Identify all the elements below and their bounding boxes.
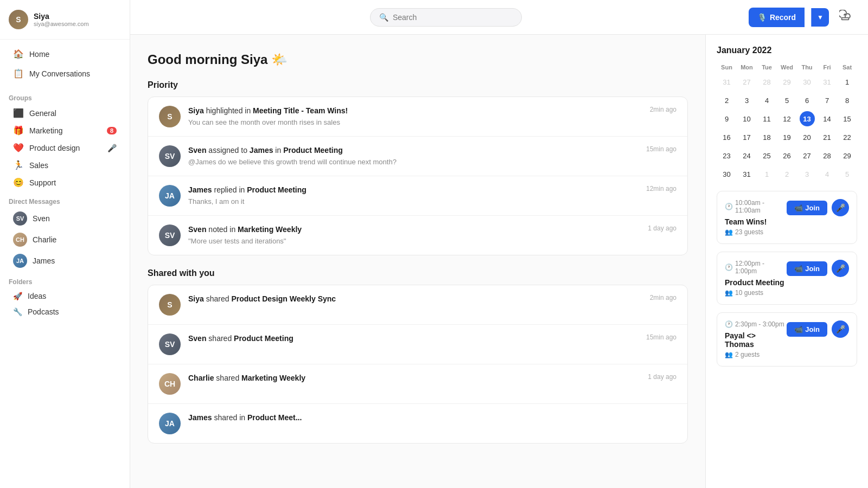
calendar-cell[interactable]: 3 bbox=[737, 91, 757, 110]
calendar-cell[interactable]: 5 bbox=[837, 165, 857, 183]
priority-item[interactable]: S Siya highlighted in Meeting Title - Te… bbox=[148, 97, 687, 137]
calendar-cell[interactable]: 9 bbox=[717, 110, 737, 128]
calendar-cell[interactable]: 4 bbox=[757, 91, 777, 110]
calendar-day[interactable]: 4 bbox=[760, 93, 775, 108]
calendar-cell[interactable]: 12 bbox=[777, 110, 797, 128]
calendar-day[interactable]: 26 bbox=[780, 148, 795, 163]
join-button[interactable]: 📹 Join bbox=[787, 322, 827, 337]
calendar-cell[interactable]: 26 bbox=[777, 146, 797, 165]
calendar-cell[interactable]: 21 bbox=[817, 128, 837, 146]
calendar-day[interactable]: 30 bbox=[719, 166, 735, 182]
calendar-cell[interactable]: 7 bbox=[817, 91, 837, 110]
calendar-day[interactable]: 21 bbox=[820, 130, 835, 145]
calendar-day[interactable]: 4 bbox=[820, 166, 835, 182]
sidebar-item-home[interactable]: 🏠 Home bbox=[4, 44, 125, 63]
calendar-cell[interactable]: 27 bbox=[737, 73, 757, 91]
calendar-day[interactable]: 27 bbox=[739, 74, 755, 89]
mic-button[interactable]: 🎤 bbox=[832, 199, 849, 216]
calendar-cell[interactable]: 27 bbox=[797, 146, 817, 165]
sidebar-item-my-conversations[interactable]: 📋 My Conversations bbox=[4, 64, 125, 83]
calendar-cell[interactable]: 16 bbox=[717, 128, 737, 146]
calendar-day[interactable]: 2 bbox=[719, 93, 735, 108]
cloud-upload-button[interactable] bbox=[835, 8, 855, 27]
sidebar-item-marketing[interactable]: 🎁 Marketing 8 bbox=[4, 122, 125, 139]
calendar-day[interactable]: 29 bbox=[780, 74, 795, 89]
calendar-day[interactable]: 19 bbox=[780, 130, 795, 145]
calendar-day[interactable]: 12 bbox=[780, 111, 795, 126]
calendar-cell[interactable]: 13 bbox=[797, 110, 817, 128]
calendar-cell[interactable]: 29 bbox=[777, 73, 797, 91]
sidebar-dm-sven[interactable]: SV Sven bbox=[4, 208, 125, 229]
calendar-cell[interactable]: 2 bbox=[717, 91, 737, 110]
calendar-cell[interactable]: 2 bbox=[777, 165, 797, 183]
calendar-day[interactable]: 29 bbox=[840, 148, 855, 163]
calendar-day[interactable]: 16 bbox=[719, 130, 735, 145]
calendar-cell[interactable]: 19 bbox=[777, 128, 797, 146]
calendar-day[interactable]: 17 bbox=[739, 130, 755, 145]
calendar-day[interactable]: 1 bbox=[760, 166, 775, 182]
calendar-cell[interactable]: 31 bbox=[817, 73, 837, 91]
calendar-day[interactable]: 18 bbox=[760, 130, 775, 145]
calendar-cell[interactable]: 28 bbox=[817, 146, 837, 165]
calendar-cell[interactable]: 18 bbox=[757, 128, 777, 146]
calendar-day[interactable]: 2 bbox=[780, 166, 795, 182]
calendar-cell[interactable]: 1 bbox=[837, 73, 857, 91]
calendar-day[interactable]: 23 bbox=[719, 148, 735, 163]
calendar-cell[interactable]: 31 bbox=[717, 73, 737, 91]
sidebar-dm-james[interactable]: JA James bbox=[4, 251, 125, 271]
calendar-day[interactable]: 22 bbox=[840, 130, 855, 145]
calendar-day[interactable]: 6 bbox=[800, 93, 815, 108]
calendar-cell[interactable]: 30 bbox=[717, 165, 737, 183]
calendar-cell[interactable]: 22 bbox=[837, 128, 857, 146]
search-input[interactable] bbox=[393, 13, 513, 22]
calendar-cell[interactable]: 30 bbox=[797, 73, 817, 91]
calendar-day[interactable]: 10 bbox=[739, 111, 755, 126]
calendar-cell[interactable]: 1 bbox=[757, 165, 777, 183]
calendar-cell[interactable]: 4 bbox=[817, 165, 837, 183]
calendar-cell[interactable]: 14 bbox=[817, 110, 837, 128]
calendar-cell[interactable]: 5 bbox=[777, 91, 797, 110]
calendar-cell[interactable]: 15 bbox=[837, 110, 857, 128]
shared-item[interactable]: JA James shared in Product Meet... bbox=[148, 404, 687, 443]
sidebar-item-sales[interactable]: 🏃 Sales bbox=[4, 157, 125, 174]
mic-button[interactable]: 🎤 bbox=[832, 260, 849, 277]
search-bar[interactable]: 🔍 bbox=[370, 8, 522, 27]
calendar-cell[interactable]: 3 bbox=[797, 165, 817, 183]
calendar-day[interactable]: 11 bbox=[760, 111, 775, 126]
calendar-cell[interactable]: 8 bbox=[837, 91, 857, 110]
join-button[interactable]: 📹 Join bbox=[787, 201, 827, 215]
calendar-day[interactable]: 27 bbox=[800, 148, 815, 163]
calendar-day[interactable]: 31 bbox=[719, 74, 735, 89]
calendar-day[interactable]: 15 bbox=[840, 111, 855, 126]
calendar-day[interactable]: 24 bbox=[739, 148, 755, 163]
calendar-day[interactable]: 8 bbox=[840, 93, 855, 108]
join-button[interactable]: 📹 Join bbox=[787, 261, 827, 276]
calendar-cell[interactable]: 23 bbox=[717, 146, 737, 165]
calendar-cell[interactable]: 20 bbox=[797, 128, 817, 146]
sidebar-folder-podcasts[interactable]: 🔧 Podcasts bbox=[4, 304, 125, 319]
calendar-day[interactable]: 25 bbox=[760, 148, 775, 163]
mic-button[interactable]: 🎤 bbox=[832, 320, 849, 338]
sidebar-dm-charlie[interactable]: CH Charlie bbox=[4, 229, 125, 250]
calendar-day[interactable]: 31 bbox=[820, 74, 835, 89]
calendar-cell[interactable]: 25 bbox=[757, 146, 777, 165]
priority-item[interactable]: JA James replied in Product Meeting Than… bbox=[148, 176, 687, 216]
calendar-day[interactable]: 14 bbox=[820, 111, 835, 126]
calendar-day[interactable]: 7 bbox=[820, 93, 835, 108]
calendar-day[interactable]: 3 bbox=[739, 93, 755, 108]
calendar-cell[interactable]: 24 bbox=[737, 146, 757, 165]
calendar-cell[interactable]: 11 bbox=[757, 110, 777, 128]
calendar-cell[interactable]: 17 bbox=[737, 128, 757, 146]
calendar-day[interactable]: 13 bbox=[800, 111, 815, 126]
shared-item[interactable]: SV Sven shared Product Meeting 15min ago bbox=[148, 325, 687, 364]
calendar-cell[interactable]: 29 bbox=[837, 146, 857, 165]
calendar-day[interactable]: 20 bbox=[800, 130, 815, 145]
record-dropdown-button[interactable]: ▼ bbox=[811, 8, 829, 27]
sidebar-item-general[interactable]: ⬛ General bbox=[4, 105, 125, 121]
calendar-day[interactable]: 9 bbox=[719, 111, 735, 126]
calendar-cell[interactable]: 6 bbox=[797, 91, 817, 110]
calendar-day[interactable]: 28 bbox=[760, 74, 775, 89]
priority-item[interactable]: SV Sven noted in Marketing Weekly "More … bbox=[148, 216, 687, 255]
sidebar-item-product-design[interactable]: ❤️ Product design 🎤 bbox=[4, 139, 125, 156]
record-button[interactable]: 🎙️ Record bbox=[749, 8, 805, 27]
